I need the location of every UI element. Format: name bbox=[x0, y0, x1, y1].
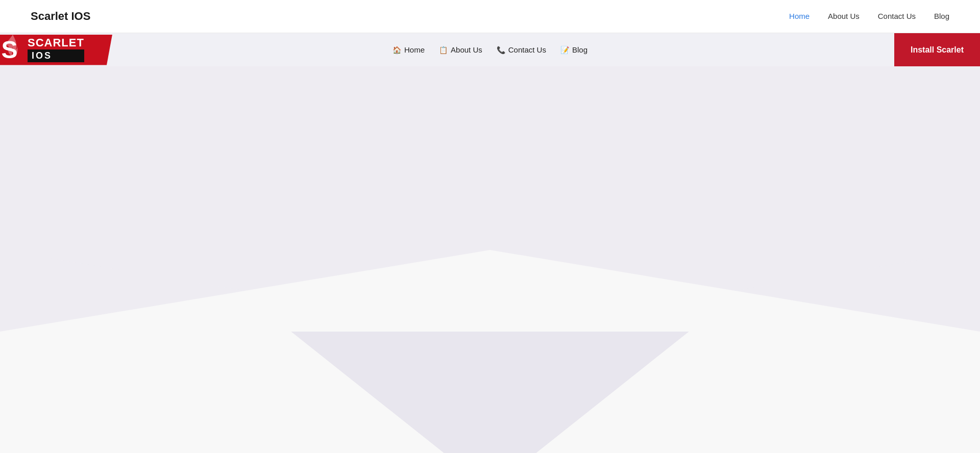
home-icon: 🏠 bbox=[393, 46, 401, 54]
second-nav-about-label: About Us bbox=[451, 45, 482, 54]
top-nav-item-blog[interactable]: Blog bbox=[934, 12, 949, 21]
second-nav-item-about[interactable]: 📋 About Us bbox=[439, 45, 482, 54]
second-nav-blog-label: Blog bbox=[572, 45, 587, 54]
top-nav-links: Home About Us Contact Us Blog bbox=[789, 12, 949, 21]
second-nav-link-contact[interactable]: 📞 Contact Us bbox=[497, 45, 546, 54]
logo-scarlet-text: SCARLET bbox=[28, 37, 84, 48]
logo-text-group: SCARLET IOS bbox=[28, 37, 84, 62]
second-navbar: S SCARLET IOS 🏠 Home 📋 About Us bbox=[0, 33, 980, 66]
about-icon: 📋 bbox=[439, 46, 448, 54]
logo-background: S SCARLET IOS bbox=[0, 35, 112, 65]
top-nav-logo[interactable]: Scarlet IOS bbox=[31, 10, 90, 23]
hero-bottom-svg bbox=[0, 250, 980, 332]
second-nav-links: 🏠 Home 📋 About Us 📞 Contact Us 📝 Blog bbox=[393, 45, 587, 54]
second-nav-item-home[interactable]: 🏠 Home bbox=[393, 45, 425, 54]
blog-icon: 📝 bbox=[560, 46, 569, 54]
second-nav-logo[interactable]: S SCARLET IOS bbox=[0, 30, 122, 70]
second-nav-link-blog[interactable]: 📝 Blog bbox=[560, 45, 587, 54]
second-nav-item-blog[interactable]: 📝 Blog bbox=[560, 45, 587, 54]
second-nav-link-about[interactable]: 📋 About Us bbox=[439, 45, 482, 54]
top-nav-item-contact[interactable]: Contact Us bbox=[878, 12, 916, 21]
below-hero-section bbox=[0, 332, 980, 453]
install-button[interactable]: Install Scarlet bbox=[894, 33, 980, 66]
second-nav-contact-label: Contact Us bbox=[508, 45, 546, 54]
below-hero-svg bbox=[0, 332, 980, 453]
flame-icon: S bbox=[0, 35, 26, 65]
logo-ios-text: IOS bbox=[32, 51, 52, 61]
top-nav-link-contact[interactable]: Contact Us bbox=[878, 12, 916, 20]
top-nav-link-about[interactable]: About Us bbox=[828, 12, 860, 20]
second-nav-link-home[interactable]: 🏠 Home bbox=[393, 45, 425, 54]
logo-ios-bg: IOS bbox=[28, 49, 84, 62]
top-nav-link-home[interactable]: Home bbox=[789, 12, 810, 20]
top-nav-item-home[interactable]: Home bbox=[789, 12, 810, 21]
top-nav-item-about[interactable]: About Us bbox=[828, 12, 860, 21]
second-nav-item-contact[interactable]: 📞 Contact Us bbox=[497, 45, 546, 54]
contact-icon: 📞 bbox=[497, 46, 505, 54]
second-nav-home-label: Home bbox=[404, 45, 425, 54]
top-navbar: Scarlet IOS Home About Us Contact Us Blo… bbox=[0, 0, 980, 33]
hero-section bbox=[0, 66, 980, 332]
top-nav-link-blog[interactable]: Blog bbox=[934, 12, 949, 20]
